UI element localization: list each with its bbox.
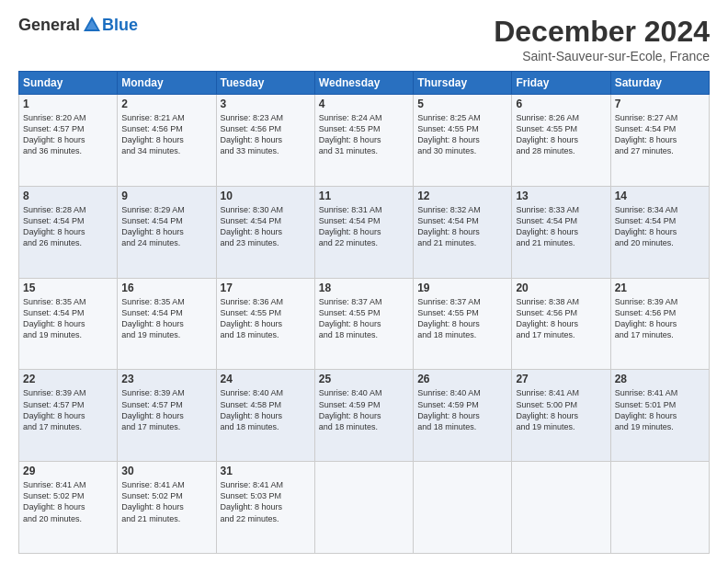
cell-content: Sunrise: 8:33 AMSunset: 4:54 PMDaylight:… [516, 204, 606, 249]
day-number: 16 [121, 282, 211, 294]
day-number: 30 [121, 465, 211, 477]
cell-content: Sunrise: 8:23 AMSunset: 4:56 PMDaylight:… [221, 112, 311, 157]
day-number: 3 [221, 98, 311, 110]
calendar-cell: 15Sunrise: 8:35 AMSunset: 4:54 PMDayligh… [19, 278, 118, 370]
calendar-cell: 30Sunrise: 8:41 AMSunset: 5:02 PMDayligh… [118, 462, 216, 554]
day-number: 13 [516, 190, 606, 202]
day-number: 2 [121, 98, 211, 110]
calendar-cell: 20Sunrise: 8:38 AMSunset: 4:56 PMDayligh… [512, 278, 610, 370]
logo-general-text: General [18, 16, 80, 35]
calendar-cell: 1Sunrise: 8:20 AMSunset: 4:57 PMDaylight… [19, 95, 118, 187]
calendar-cell: 26Sunrise: 8:40 AMSunset: 4:59 PMDayligh… [414, 370, 512, 462]
day-number: 12 [417, 190, 507, 202]
month-title: December 2024 [494, 15, 710, 49]
calendar-cell: 7Sunrise: 8:27 AMSunset: 4:54 PMDaylight… [610, 95, 709, 187]
calendar-cell: 27Sunrise: 8:41 AMSunset: 5:00 PMDayligh… [512, 370, 610, 462]
cell-content: Sunrise: 8:39 AMSunset: 4:57 PMDaylight:… [23, 387, 113, 432]
cell-content: Sunrise: 8:39 AMSunset: 4:56 PMDaylight:… [615, 296, 705, 341]
day-of-week-header: Sunday [19, 72, 118, 95]
cell-content: Sunrise: 8:39 AMSunset: 4:57 PMDaylight:… [121, 387, 211, 432]
calendar-cell [314, 462, 413, 554]
calendar-cell: 31Sunrise: 8:41 AMSunset: 5:03 PMDayligh… [216, 462, 314, 554]
cell-content: Sunrise: 8:40 AMSunset: 4:58 PMDaylight:… [221, 387, 311, 432]
cell-content: Sunrise: 8:37 AMSunset: 4:55 PMDaylight:… [319, 296, 409, 341]
cell-content: Sunrise: 8:37 AMSunset: 4:55 PMDaylight:… [417, 296, 507, 341]
calendar-cell: 13Sunrise: 8:33 AMSunset: 4:54 PMDayligh… [512, 186, 610, 278]
calendar-cell: 10Sunrise: 8:30 AMSunset: 4:54 PMDayligh… [216, 186, 314, 278]
calendar-cell: 5Sunrise: 8:25 AMSunset: 4:55 PMDaylight… [414, 95, 512, 187]
cell-content: Sunrise: 8:41 AMSunset: 5:00 PMDaylight:… [516, 387, 606, 432]
day-of-week-header: Tuesday [216, 72, 314, 95]
calendar-cell [512, 462, 610, 554]
cell-content: Sunrise: 8:40 AMSunset: 4:59 PMDaylight:… [417, 387, 507, 432]
cell-content: Sunrise: 8:26 AMSunset: 4:55 PMDaylight:… [516, 112, 606, 157]
cell-content: Sunrise: 8:35 AMSunset: 4:54 PMDaylight:… [23, 296, 113, 341]
day-number: 9 [121, 190, 211, 202]
day-number: 29 [23, 465, 113, 477]
calendar-header-row: SundayMondayTuesdayWednesdayThursdayFrid… [19, 72, 710, 95]
cell-content: Sunrise: 8:41 AMSunset: 5:02 PMDaylight:… [121, 479, 211, 524]
calendar-cell: 12Sunrise: 8:32 AMSunset: 4:54 PMDayligh… [414, 186, 512, 278]
calendar-cell: 14Sunrise: 8:34 AMSunset: 4:54 PMDayligh… [610, 186, 709, 278]
day-number: 20 [516, 282, 606, 294]
day-of-week-header: Saturday [610, 72, 709, 95]
day-number: 18 [319, 282, 409, 294]
calendar-cell: 8Sunrise: 8:28 AMSunset: 4:54 PMDaylight… [19, 186, 118, 278]
day-number: 27 [516, 373, 606, 385]
day-of-week-header: Thursday [414, 72, 512, 95]
cell-content: Sunrise: 8:28 AMSunset: 4:54 PMDaylight:… [23, 204, 113, 249]
calendar-cell: 17Sunrise: 8:36 AMSunset: 4:55 PMDayligh… [216, 278, 314, 370]
cell-content: Sunrise: 8:35 AMSunset: 4:54 PMDaylight:… [121, 296, 211, 341]
day-number: 15 [23, 282, 113, 294]
calendar-cell: 29Sunrise: 8:41 AMSunset: 5:02 PMDayligh… [19, 462, 118, 554]
cell-content: Sunrise: 8:30 AMSunset: 4:54 PMDaylight:… [221, 204, 311, 249]
location: Saint-Sauveur-sur-Ecole, France [494, 49, 710, 63]
calendar-cell: 28Sunrise: 8:41 AMSunset: 5:01 PMDayligh… [610, 370, 709, 462]
day-number: 11 [319, 190, 409, 202]
calendar-week-row: 15Sunrise: 8:35 AMSunset: 4:54 PMDayligh… [19, 278, 710, 370]
calendar-cell: 19Sunrise: 8:37 AMSunset: 4:55 PMDayligh… [414, 278, 512, 370]
day-number: 21 [615, 282, 705, 294]
cell-content: Sunrise: 8:25 AMSunset: 4:55 PMDaylight:… [417, 112, 507, 157]
cell-content: Sunrise: 8:24 AMSunset: 4:55 PMDaylight:… [319, 112, 409, 157]
cell-content: Sunrise: 8:41 AMSunset: 5:03 PMDaylight:… [221, 479, 311, 524]
calendar-cell: 2Sunrise: 8:21 AMSunset: 4:56 PMDaylight… [118, 95, 216, 187]
day-number: 23 [121, 373, 211, 385]
day-number: 5 [417, 98, 507, 110]
calendar-cell: 4Sunrise: 8:24 AMSunset: 4:55 PMDaylight… [314, 95, 413, 187]
cell-content: Sunrise: 8:38 AMSunset: 4:56 PMDaylight:… [516, 296, 606, 341]
calendar-week-row: 8Sunrise: 8:28 AMSunset: 4:54 PMDaylight… [19, 186, 710, 278]
day-number: 26 [417, 373, 507, 385]
day-number: 7 [615, 98, 705, 110]
day-number: 8 [23, 190, 113, 202]
logo: General Blue [18, 15, 138, 35]
day-number: 25 [319, 373, 409, 385]
cell-content: Sunrise: 8:20 AMSunset: 4:57 PMDaylight:… [23, 112, 113, 157]
day-number: 6 [516, 98, 606, 110]
cell-content: Sunrise: 8:29 AMSunset: 4:54 PMDaylight:… [121, 204, 211, 249]
day-number: 28 [615, 373, 705, 385]
cell-content: Sunrise: 8:36 AMSunset: 4:55 PMDaylight:… [221, 296, 311, 341]
calendar-week-row: 29Sunrise: 8:41 AMSunset: 5:02 PMDayligh… [19, 462, 710, 554]
day-number: 22 [23, 373, 113, 385]
calendar-cell [414, 462, 512, 554]
calendar-cell: 6Sunrise: 8:26 AMSunset: 4:55 PMDaylight… [512, 95, 610, 187]
calendar-cell: 16Sunrise: 8:35 AMSunset: 4:54 PMDayligh… [118, 278, 216, 370]
calendar-cell: 9Sunrise: 8:29 AMSunset: 4:54 PMDaylight… [118, 186, 216, 278]
day-of-week-header: Friday [512, 72, 610, 95]
day-number: 4 [319, 98, 409, 110]
day-number: 31 [221, 465, 311, 477]
page: General Blue December 2024 Saint-Sauveur… [0, 0, 728, 563]
title-section: December 2024 Saint-Sauveur-sur-Ecole, F… [494, 15, 710, 63]
cell-content: Sunrise: 8:21 AMSunset: 4:56 PMDaylight:… [121, 112, 211, 157]
cell-content: Sunrise: 8:34 AMSunset: 4:54 PMDaylight:… [615, 204, 705, 249]
calendar-cell: 25Sunrise: 8:40 AMSunset: 4:59 PMDayligh… [314, 370, 413, 462]
cell-content: Sunrise: 8:41 AMSunset: 5:01 PMDaylight:… [615, 387, 705, 432]
calendar-cell: 24Sunrise: 8:40 AMSunset: 4:58 PMDayligh… [216, 370, 314, 462]
calendar-cell: 18Sunrise: 8:37 AMSunset: 4:55 PMDayligh… [314, 278, 413, 370]
day-number: 14 [615, 190, 705, 202]
day-number: 17 [221, 282, 311, 294]
calendar-cell [610, 462, 709, 554]
cell-content: Sunrise: 8:40 AMSunset: 4:59 PMDaylight:… [319, 387, 409, 432]
cell-content: Sunrise: 8:27 AMSunset: 4:54 PMDaylight:… [615, 112, 705, 157]
